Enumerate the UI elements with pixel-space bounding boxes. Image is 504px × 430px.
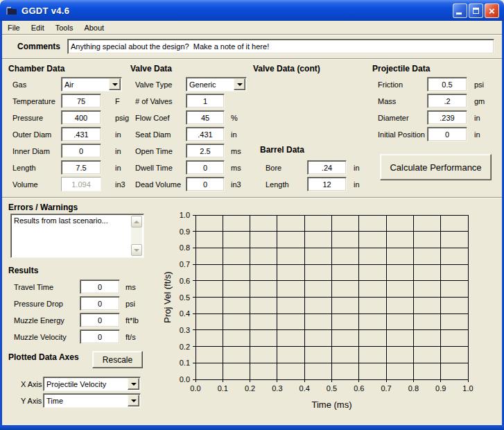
down-triangle-glyph [131,399,137,402]
y-axis-label: Y Axis [21,397,42,405]
friction-input[interactable] [427,77,467,92]
errors-warnings-text: Results from last scenario... [14,216,130,225]
valve-type-select[interactable]: Generic [186,77,247,92]
chamber-data-header: Chamber Data [8,64,64,74]
pressure-input[interactable] [61,110,101,125]
gas-row: GasAir [12,77,129,92]
friction-label: Friction [378,80,427,89]
pressure-label: Pressure [12,114,61,122]
outer-diam-unit: in [115,130,121,139]
muzzle-energy-label: Muzzle Energy [14,316,80,325]
muzzle-energy-input[interactable] [80,313,120,327]
flow-coef-label: Flow Coef [135,114,186,122]
menu-edit[interactable]: Edit [26,22,50,33]
minimize-glyph [456,12,462,15]
valve-data-section: Valve TypeGeneric# of ValvesFlow Coef%Se… [135,77,247,194]
muzzle-velocity-input[interactable] [80,329,120,344]
mass-unit: gm [474,97,485,105]
muzzle-velocity-label: Muzzle Velocity [14,333,80,341]
svg-text:0.5: 0.5 [327,384,337,393]
valve-data-header: Valve Data [130,64,172,74]
valve-type-row: Valve TypeGeneric [135,77,247,92]
barrel-length-label: Length [266,180,307,189]
seat-diam-input[interactable] [186,127,225,141]
travel-time-input[interactable] [80,280,120,294]
chamber-length-input[interactable] [61,160,101,175]
dropdown-arrow-icon[interactable] [234,78,245,90]
scroll-up-icon[interactable] [131,216,142,227]
svg-text:1.0: 1.0 [462,384,473,393]
mass-row: Massgm [378,94,485,108]
muzzle-energy-row: Muzzle Energyft*lb [14,313,139,327]
barrel-length-input[interactable] [307,177,347,191]
minimize-button-icon[interactable] [453,3,467,18]
performance-chart: 0.00.10.20.30.40.50.60.70.80.91.00.00.10… [159,200,504,425]
diameter-unit: in [474,114,480,122]
initial-position-input[interactable] [427,127,467,141]
inner-diam-input[interactable] [61,144,101,158]
projectile-data-header: Projectile Data [372,64,430,74]
inner-diam-row: Inner Diamin [12,144,129,158]
open-time-input[interactable] [186,144,225,158]
svg-text:0.9: 0.9 [180,227,190,236]
down-triangle-glyph [112,83,118,86]
window-border [0,21,2,430]
menu-file[interactable]: File [2,22,26,33]
open-time-row: Open Timems [135,144,247,158]
svg-text:0.4: 0.4 [299,384,310,393]
dead-volume-input[interactable] [186,177,225,191]
x-axis-label: X Axis [21,380,42,388]
svg-text:0.8: 0.8 [180,243,190,252]
flow-coef-row: Flow Coef% [135,110,247,125]
seat-diam-label: Seat Diam [135,130,186,139]
mass-input[interactable] [427,94,467,108]
flow-coef-input[interactable] [186,110,225,125]
bore-input[interactable] [307,160,347,175]
comments-label: Comments [17,42,60,51]
pressure-drop-input[interactable] [80,296,120,311]
barrel-length-unit: in [354,180,360,189]
temperature-input[interactable] [61,94,101,108]
x-axis-select[interactable]: Projectile Velocity [43,377,141,391]
inner-diam-label: Inner Diam [12,147,61,155]
maximize-button-icon[interactable] [469,3,483,18]
num-valves-input[interactable] [186,94,225,108]
close-button-icon[interactable]: × [485,3,499,18]
app-window: GGDT v4.6 × File Edit Tools About Commen… [0,0,504,430]
volume-label: Volume [12,180,61,189]
app-icon[interactable] [6,6,17,16]
dropdown-arrow-icon[interactable] [109,78,121,90]
bore-row: Borein [266,160,360,175]
outer-diam-label: Outer Diam [12,130,61,139]
dead-volume-label: Dead Volume [135,180,186,189]
svg-text:0.0: 0.0 [190,384,200,393]
diameter-input[interactable] [427,110,467,125]
dropdown-arrow-icon[interactable] [128,395,139,406]
outer-diam-row: Outer Diamin [12,127,129,141]
calculate-performance-button[interactable]: Calculate Performance [380,154,492,180]
gas-value: Air [62,80,108,89]
comments-input[interactable] [67,39,494,54]
errors-warnings-box[interactable]: Results from last scenario... [10,214,144,258]
rescale-button[interactable]: Rescale [92,351,143,368]
bore-unit: in [354,164,360,172]
dwell-time-input[interactable] [186,160,225,175]
gas-label: Gas [12,80,61,89]
menu-tools[interactable]: Tools [50,22,79,33]
gas-select[interactable]: Air [61,77,122,92]
friction-unit: psi [474,80,484,89]
close-glyph: × [489,6,495,16]
dead-volume-row: Dead Volumein3 [135,177,247,191]
y-axis-select[interactable]: Time [43,393,141,408]
outer-diam-input[interactable] [61,127,101,141]
down-arrow-glyph [134,249,139,252]
x-axis-value: Projectile Velocity [44,380,127,388]
menu-about[interactable]: About [78,22,110,33]
scroll-down-icon[interactable] [131,244,142,256]
scrollbar[interactable] [131,216,142,256]
initial-position-label: Initial Position [378,130,427,139]
diameter-label: Diameter [378,114,427,122]
friction-row: Frictionpsi [378,77,485,92]
dropdown-arrow-icon[interactable] [128,378,139,390]
pressure-drop-row: Pressure Droppsi [14,296,139,311]
